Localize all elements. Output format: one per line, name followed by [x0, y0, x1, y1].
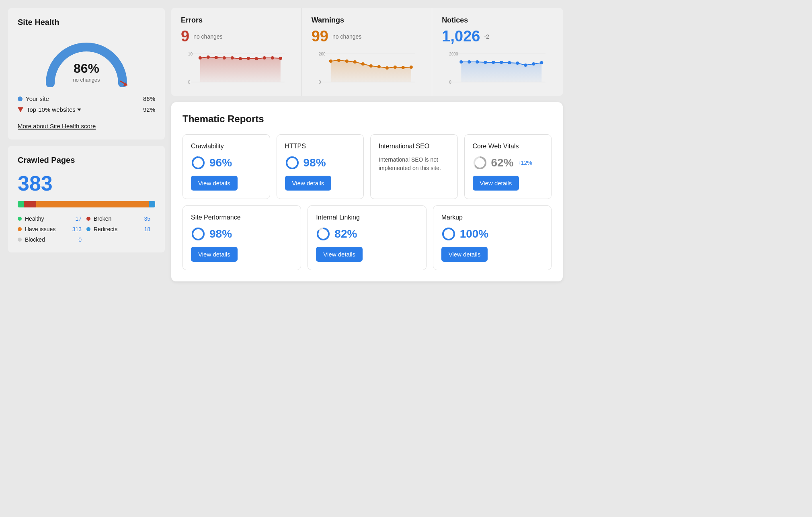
legend-healthy: Healthy 17 [18, 215, 86, 222]
gauge-subtext: no changes [73, 77, 100, 83]
your-site-value: 86% [143, 95, 155, 102]
thematic-reports-title: Thematic Reports [182, 113, 552, 125]
notices-change: -2 [484, 33, 489, 40]
metrics-row: Errors 9 no changes 10 0 [171, 8, 563, 96]
svg-point-40 [468, 60, 471, 64]
svg-point-28 [369, 64, 372, 68]
top10-button[interactable]: Top-10% websites [27, 106, 81, 113]
cwv-score: 62% [491, 156, 514, 169]
svg-point-43 [492, 61, 495, 64]
site-perf-name: Site Performance [191, 214, 293, 221]
svg-point-48 [532, 62, 535, 66]
segment-issues [36, 201, 148, 207]
legend-top10: Top-10% websites 92% [18, 106, 155, 113]
dot-blocked [18, 238, 22, 242]
svg-point-13 [247, 57, 250, 60]
svg-point-51 [193, 157, 204, 168]
warnings-chart: 200 0 [312, 50, 422, 86]
your-site-label: Your site [26, 95, 49, 102]
crawled-pages-count: 383 [18, 171, 155, 195]
svg-point-47 [524, 64, 527, 67]
label-blocked: Blocked [25, 236, 45, 243]
markup-view-details[interactable]: View details [441, 247, 488, 262]
report-crawlability: Crawlability 96% View details [182, 134, 270, 199]
svg-point-26 [353, 60, 356, 64]
label-broken: Broken [94, 215, 111, 222]
warnings-card: Warnings 99 no changes 200 0 [302, 8, 433, 96]
legend-redirects: Redirects 18 [86, 226, 155, 232]
int-link-score-icon [316, 227, 330, 241]
svg-marker-6 [200, 57, 281, 82]
gauge-container: 86% no changes [18, 35, 155, 87]
your-site-dot [18, 96, 23, 101]
svg-point-11 [231, 56, 234, 59]
svg-text:0: 0 [449, 80, 452, 84]
svg-point-31 [393, 66, 396, 69]
crawled-legend: Healthy 17 Broken 35 Have issues [18, 215, 155, 243]
svg-point-9 [215, 56, 218, 59]
cwv-view-details[interactable]: View details [473, 176, 519, 191]
svg-point-7 [199, 56, 202, 59]
notices-value: 1,026 [442, 28, 480, 45]
svg-point-25 [345, 59, 348, 63]
top10-triangle [18, 107, 23, 112]
warnings-value: 99 [312, 28, 328, 45]
svg-point-15 [263, 56, 266, 59]
site-perf-view-details[interactable]: View details [191, 247, 238, 262]
report-internal-linking: Internal Linking 82% View details [308, 205, 426, 270]
errors-change: no changes [193, 33, 222, 40]
markup-name: Markup [441, 214, 543, 221]
svg-point-44 [500, 61, 503, 64]
svg-point-29 [377, 65, 380, 68]
val-healthy: 17 [75, 215, 82, 222]
svg-point-57 [193, 228, 204, 240]
svg-point-8 [207, 55, 210, 59]
dot-issues [18, 227, 22, 231]
label-healthy: Healthy [25, 215, 44, 222]
svg-text:0: 0 [318, 80, 321, 84]
warnings-change: no changes [332, 33, 361, 40]
intl-seo-name: International SEO [379, 143, 449, 150]
legend-your-site: Your site 86% [18, 95, 155, 102]
top10-label: Top-10% websites [27, 106, 76, 113]
legend-issues: Have issues 313 [18, 226, 86, 232]
site-health-title: Site Health [18, 18, 155, 27]
report-https: HTTPS 98% View details [277, 134, 364, 199]
notices-label: Notices [442, 16, 553, 25]
svg-point-46 [516, 62, 519, 65]
val-broken: 35 [144, 215, 150, 222]
gauge-text: 86% no changes [73, 61, 100, 83]
svg-point-16 [271, 56, 274, 59]
segment-broken [24, 201, 36, 207]
crawlability-view-details[interactable]: View details [191, 176, 238, 191]
legend-blocked: Blocked 0 [18, 236, 86, 243]
site-perf-score: 98% [209, 228, 232, 240]
crawlability-score: 96% [209, 156, 232, 169]
more-link[interactable]: More about Site Health score [18, 123, 96, 130]
svg-text:0: 0 [188, 80, 191, 84]
gauge-percent: 86% [73, 61, 100, 76]
notices-chart: 2000 0 [442, 50, 553, 86]
svg-point-33 [409, 66, 412, 69]
https-score: 98% [303, 156, 326, 169]
markup-score: 100% [460, 228, 489, 240]
crawled-pages-title: Crawled Pages [18, 156, 155, 165]
svg-point-14 [255, 57, 258, 60]
svg-point-10 [223, 56, 226, 59]
cwv-score-change: +12% [518, 160, 532, 166]
svg-point-42 [484, 61, 487, 64]
crawlability-name: Crawlability [191, 143, 262, 150]
svg-point-32 [401, 66, 404, 69]
svg-point-49 [540, 61, 543, 64]
int-link-view-details[interactable]: View details [316, 247, 363, 262]
top10-value: 92% [143, 106, 155, 113]
svg-text:200: 200 [318, 52, 325, 56]
label-issues: Have issues [25, 226, 55, 232]
notices-card: Notices 1,026 -2 2000 0 [432, 8, 563, 96]
errors-value: 9 [181, 28, 189, 45]
cwv-score-icon [473, 156, 487, 170]
https-view-details[interactable]: View details [285, 176, 332, 191]
site-perf-score-icon [191, 227, 205, 241]
svg-point-41 [476, 60, 479, 64]
svg-point-45 [508, 61, 511, 64]
